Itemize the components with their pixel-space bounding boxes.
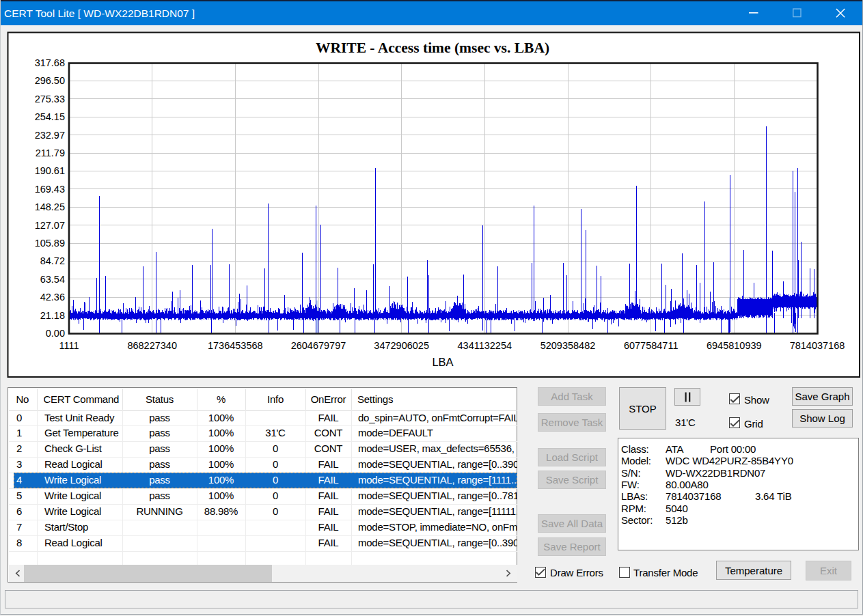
svg-text:21.18: 21.18 (40, 310, 65, 321)
svg-text:5209358482: 5209358482 (540, 340, 596, 351)
svg-text:7814037168: 7814037168 (790, 340, 845, 351)
svg-text:WRITE - Access time (msec vs.: WRITE - Access time (msec vs. LBA) (316, 40, 549, 56)
svg-text:127.07: 127.07 (35, 220, 65, 231)
svg-text:LBA: LBA (432, 356, 453, 368)
svg-text:211.79: 211.79 (36, 148, 65, 158)
svg-text:6077584711: 6077584711 (624, 340, 679, 351)
svg-text:190.61: 190.61 (35, 165, 65, 176)
svg-text:3472906025: 3472906025 (374, 340, 429, 351)
svg-text:148.25: 148.25 (35, 201, 65, 212)
svg-text:42.36: 42.36 (40, 292, 65, 303)
svg-text:4341132254: 4341132254 (458, 340, 512, 351)
svg-text:84.72: 84.72 (40, 255, 65, 266)
svg-text:1111: 1111 (59, 340, 79, 351)
svg-text:254.15: 254.15 (35, 111, 65, 122)
svg-text:275.33: 275.33 (35, 94, 65, 104)
svg-text:6945810939: 6945810939 (707, 340, 762, 351)
svg-text:0.00: 0.00 (46, 328, 65, 339)
svg-text:296.50: 296.50 (35, 75, 65, 86)
svg-text:868227340: 868227340 (127, 340, 177, 351)
svg-text:317.68: 317.68 (35, 57, 65, 68)
svg-text:105.89: 105.89 (35, 238, 65, 249)
svg-text:1736453568: 1736453568 (208, 340, 263, 351)
svg-text:232.97: 232.97 (35, 130, 65, 141)
svg-text:169.43: 169.43 (35, 184, 65, 195)
svg-text:2604679797: 2604679797 (291, 340, 346, 351)
svg-text:63.54: 63.54 (40, 274, 65, 285)
